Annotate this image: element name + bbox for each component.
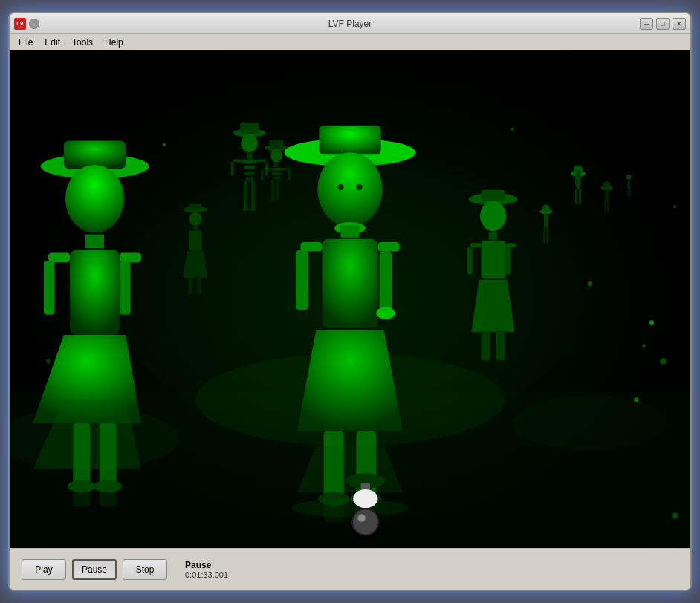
svg-point-26 [660,358,666,364]
svg-rect-16 [627,181,630,189]
svg-rect-61 [70,250,120,335]
svg-point-104 [357,514,365,521]
svg-point-119 [588,281,592,286]
svg-rect-63 [44,261,55,315]
svg-rect-72 [73,468,90,506]
title-bar-buttons: ─ □ ✕ [640,18,686,30]
controls-bar: Play Pause Stop Pause 0:01:33.001 [10,548,690,590]
svg-point-20 [542,204,550,212]
svg-rect-29 [240,123,259,134]
title-bar: LV LVF Player ─ □ ✕ [10,13,690,34]
play-button[interactable]: Play [22,559,66,580]
status-label: Pause [185,560,228,570]
menu-edit[interactable]: Edit [39,36,66,49]
svg-point-15 [626,175,632,180]
svg-rect-58 [64,141,126,169]
svg-point-120 [673,205,676,208]
minimize-button[interactable]: ─ [640,18,653,30]
scene-canvas [10,50,690,548]
svg-rect-14 [607,202,609,213]
svg-point-103 [353,509,377,534]
svg-point-4 [513,396,667,450]
svg-point-117 [163,143,166,146]
svg-rect-17 [627,189,629,198]
close-button[interactable]: ✕ [673,18,686,30]
menu-help[interactable]: Help [99,36,129,49]
svg-point-46 [270,149,282,163]
svg-rect-45 [270,140,284,149]
main-window: LV LVF Player ─ □ ✕ File Edit Tools Help [8,12,692,591]
svg-point-92 [292,499,408,518]
svg-point-122 [672,512,678,518]
svg-rect-60 [85,235,104,249]
menu-file[interactable]: File [13,36,39,49]
svg-rect-47 [273,163,277,167]
svg-rect-38 [231,162,234,176]
pause-button[interactable]: Pause [72,559,117,580]
window-title: LVF Player [328,19,372,29]
svg-point-11 [603,181,611,189]
svg-rect-12 [605,191,609,202]
menu-bar: File Edit Tools Help [10,34,690,50]
svg-point-25 [642,344,645,347]
svg-point-59 [65,165,124,233]
svg-point-118 [511,128,514,131]
video-area [10,50,690,548]
svg-point-30 [241,134,257,152]
svg-rect-94 [324,491,344,522]
title-circle [29,19,39,29]
svg-rect-75 [319,126,380,155]
svg-rect-18 [629,189,631,198]
svg-rect-9 [579,189,581,205]
svg-rect-32 [242,160,256,163]
svg-rect-73 [100,468,117,506]
status-time: 0:01:33.001 [185,570,228,579]
svg-rect-13 [604,202,606,213]
window-icon: LV [14,18,26,30]
stop-button[interactable]: Stop [123,559,167,580]
svg-point-27 [634,397,638,402]
title-bar-left: LV [14,18,39,30]
svg-rect-31 [247,153,252,158]
svg-rect-37 [256,160,265,163]
svg-point-131 [118,160,583,439]
svg-point-7 [575,170,581,189]
restore-button[interactable]: □ [656,18,670,30]
status-area: Pause 0:01:33.001 [185,560,228,579]
svg-rect-8 [575,189,577,205]
svg-point-24 [649,320,654,325]
scene-svg [10,50,690,548]
svg-rect-36 [233,160,242,163]
svg-point-99 [353,489,377,508]
svg-rect-33 [244,166,255,169]
svg-point-121 [46,359,51,363]
menu-tools[interactable]: Tools [66,36,99,49]
